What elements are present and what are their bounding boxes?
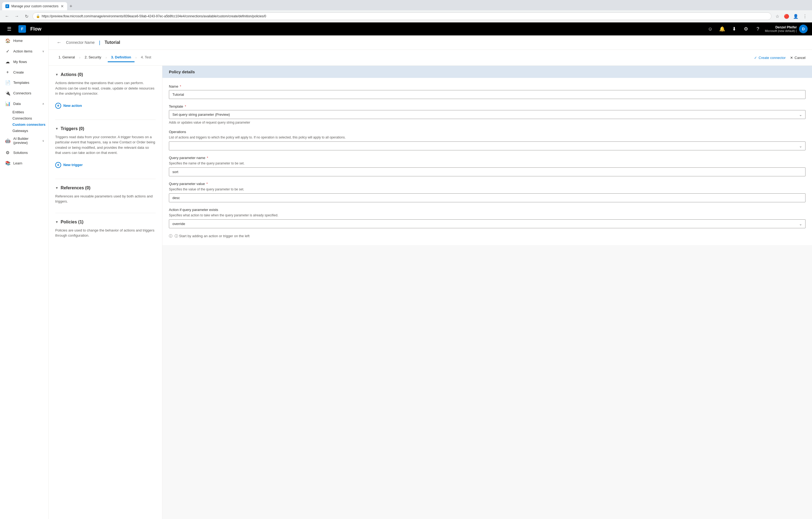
page-header: ← Connector Name | Tutorial (49, 35, 812, 50)
forward-button[interactable]: → (13, 12, 21, 20)
sidebar-item-action-items[interactable]: ✓ Action items ∨ (0, 46, 49, 57)
emoji-button[interactable]: ☺ (705, 24, 715, 34)
tab-close-button[interactable]: ✕ (61, 4, 64, 8)
name-required-indicator: * (180, 84, 181, 88)
sidebar-label-connections: Connections (12, 116, 32, 120)
new-trigger-button[interactable]: + New trigger (55, 160, 83, 170)
sidebar-item-gateways[interactable]: Gateways (0, 128, 49, 134)
references-section-title: References (0) (61, 186, 90, 190)
template-field-group: Template * Set query string parameter (P… (169, 104, 806, 124)
sidebar-item-home[interactable]: 🏠 Home (0, 35, 49, 46)
new-action-button[interactable]: + New action (55, 101, 82, 111)
operations-field-group: Operations List of actions and triggers … (169, 130, 806, 150)
new-action-plus-icon: + (55, 103, 61, 109)
query-param-name-input[interactable] (169, 167, 806, 176)
sidebar-item-data[interactable]: 📊 Data ∧ (0, 98, 49, 109)
sidebar-item-connectors[interactable]: 🔌 Connectors (0, 88, 49, 98)
sidebar-label-solutions: Solutions (13, 151, 44, 155)
action-if-exists-select[interactable]: override (169, 219, 806, 228)
my-flows-icon: ☁ (5, 59, 10, 64)
template-select[interactable]: Set query string parameter (Preview) (169, 110, 806, 119)
cancel-button[interactable]: ✕ Cancel (790, 56, 806, 60)
sidebar-item-custom-connectors[interactable]: Custom connectors (0, 121, 49, 128)
download-button[interactable]: ⬇ (729, 24, 739, 34)
references-section: ▼ References (0) References are reusable… (55, 186, 156, 204)
notification-button[interactable]: 🔔 (717, 24, 727, 34)
refresh-button[interactable]: ↻ (23, 12, 30, 20)
sidebar-item-ai-builder[interactable]: 🤖 AI Builder (preview) ∨ (0, 134, 49, 147)
wizard-step-general-label: 1. General (58, 55, 75, 59)
wizard-actions: ✓ Create connector ✕ Cancel (754, 56, 806, 60)
browser-tab[interactable]: F Manage your custom connectors ✕ (2, 2, 67, 10)
user-name: Denzel Pfeifer (765, 25, 797, 29)
template-field-label: Template * (169, 104, 806, 109)
url-box[interactable]: 🔒 https://preview.flow.microsoft.com/man… (32, 12, 772, 20)
back-nav-button[interactable]: ← (55, 39, 63, 46)
back-button[interactable]: ← (3, 12, 11, 20)
header-actions: ☺ 🔔 ⬇ ⚙ ? Denzel Pfeifer Microsoft (new … (705, 24, 808, 34)
learn-icon: 📚 (5, 161, 10, 166)
ai-builder-chevron-icon: ∨ (42, 139, 44, 142)
sidebar-item-entities[interactable]: Entities (0, 109, 49, 115)
wizard-step-test-label: 4. Test (141, 55, 151, 59)
references-collapse-button[interactable]: ▼ (55, 186, 58, 190)
action-if-exists-select-wrapper: override (169, 219, 806, 228)
wizard-step-security[interactable]: 2. Security (82, 53, 105, 62)
name-field-group: Name * (169, 84, 806, 99)
content-area: ▼ Actions (0) Actions determine the oper… (49, 66, 812, 519)
hamburger-button[interactable]: ☰ (4, 24, 14, 34)
help-button[interactable]: ? (753, 24, 763, 34)
sidebar-item-create[interactable]: + Create (0, 67, 49, 78)
wizard-step-security-label: 2. Security (85, 55, 101, 59)
actions-collapse-button[interactable]: ▼ (55, 73, 58, 77)
template-required-indicator: * (184, 104, 186, 109)
wizard-step-test[interactable]: 4. Test (138, 53, 154, 62)
address-bar: ← → ↻ 🔒 https://preview.flow.microsoft.c… (0, 10, 812, 22)
operations-description: List of actions and triggers to which th… (169, 135, 806, 139)
action-items-chevron-icon: ∨ (42, 50, 44, 53)
operations-field-label: Operations (169, 130, 806, 134)
wizard-nav: 1. General › 2. Security › 3. Definition… (49, 50, 812, 66)
sidebar-label-create: Create (13, 70, 44, 74)
actions-section: ▼ Actions (0) Actions determine the oper… (55, 72, 156, 111)
operations-select[interactable] (169, 142, 806, 150)
wizard-step-definition[interactable]: 3. Definition (108, 53, 134, 62)
template-description: Adds or updates value of request query s… (169, 121, 806, 124)
profile-button[interactable]: 👤 (792, 12, 800, 20)
sidebar-item-solutions[interactable]: ⚙ Solutions (0, 147, 49, 158)
app-body: 🏠 Home ✓ Action items ∨ ☁ My flows + Cre… (0, 35, 812, 519)
menu-button[interactable]: ⋮ (801, 12, 809, 20)
triggers-section-desc: Triggers read data from your connector. … (55, 134, 156, 155)
favorites-button[interactable]: ☆ (774, 12, 781, 20)
sidebar-label-learn: Learn (13, 161, 44, 165)
connectors-icon: 🔌 (5, 91, 10, 96)
triggers-collapse-button[interactable]: ▼ (55, 127, 58, 131)
new-tab-button[interactable]: + (67, 2, 75, 10)
wizard-step-general[interactable]: 1. General (55, 53, 78, 62)
actions-section-title: Actions (0) (61, 72, 83, 77)
policies-collapse-button[interactable]: ▼ (55, 220, 58, 224)
sidebar-item-connections[interactable]: Connections (0, 115, 49, 121)
sidebar-item-learn[interactable]: 📚 Learn (0, 158, 49, 169)
create-connector-button[interactable]: ✓ Create connector (754, 56, 786, 60)
tab-title: Manage your custom connectors (11, 4, 58, 8)
app-header: ☰ F Flow ☺ 🔔 ⬇ ⚙ ? Denzel Pfeifer Micros… (0, 23, 812, 35)
policy-header-title: Policy details (169, 69, 195, 74)
solutions-icon: ⚙ (5, 150, 10, 155)
check-icon: ✓ (754, 56, 757, 60)
name-input[interactable] (169, 90, 806, 99)
sidebar-item-templates[interactable]: 📄 Templates (0, 78, 49, 88)
section-divider-1 (55, 120, 156, 120)
extension-button[interactable]: 🔴 (783, 12, 790, 20)
query-param-value-input[interactable] (169, 193, 806, 202)
sidebar-item-my-flows[interactable]: ☁ My flows (0, 57, 49, 67)
settings-button[interactable]: ⚙ (741, 24, 751, 34)
browser-actions: ☆ 🔴 👤 ⋮ (774, 12, 809, 20)
sidebar-label-connectors: Connectors (13, 91, 44, 95)
data-icon: 📊 (5, 101, 10, 106)
sidebar-label-my-flows: My flows (13, 60, 44, 64)
app-title: Flow (30, 26, 41, 32)
actions-section-desc: Actions determine the operations that us… (55, 80, 156, 96)
action-if-exists-label: Action if query parameter exists (169, 208, 806, 212)
user-avatar[interactable]: D (799, 25, 808, 33)
